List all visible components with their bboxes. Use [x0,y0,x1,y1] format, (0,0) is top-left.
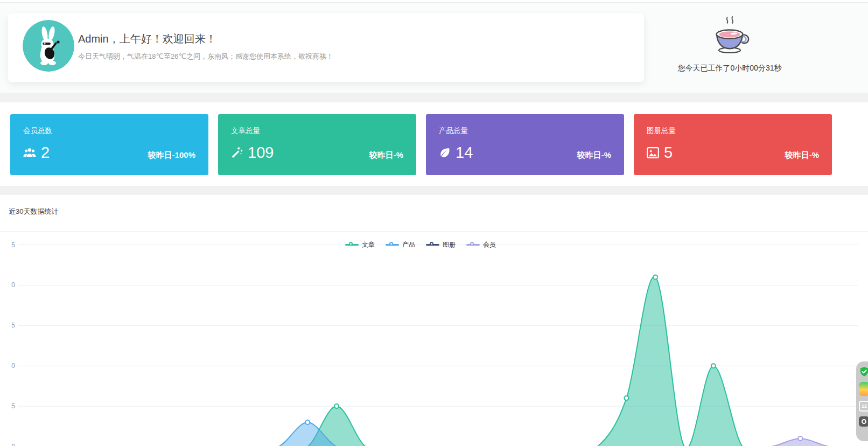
stats-chart-svg [0,195,868,446]
stat-card-members[interactable]: 会员总数 2 较昨日-100% [10,114,208,175]
stat-value: 109 [248,144,274,161]
legend-label: 图册 [443,240,456,249]
chart-legend: 文章产品图册会员 [0,240,841,249]
stat-delta: 较昨日-% [369,150,403,161]
gradient-pill-icon[interactable] [859,382,868,396]
legend-marker-icon [386,244,399,246]
calendar-icon[interactable]: 12 [859,401,868,412]
stat-delta: 较昨日-% [785,150,819,161]
legend-label: 产品 [402,240,415,249]
users-icon [23,147,36,158]
work-timer-text: 您今天已工作了0小时00分31秒 [670,64,789,73]
welcome-title: Admin，上午好！欢迎回来！ [78,32,216,46]
stat-card-products[interactable]: 产品总量 14 较昨日-% [426,114,624,175]
welcome-section: Admin，上午好！欢迎回来！ 今日天气晴朗，气温在18℃至26℃之间，东南风；… [0,3,868,93]
stat-value: 2 [41,144,50,161]
y-tick-label: 5 [0,321,15,330]
legend-label: 文章 [362,240,375,249]
shield-check-icon[interactable] [859,366,868,377]
y-tick-label: 0 [0,361,15,370]
stat-label: 图册总量 [647,126,819,136]
legend-label: 会员 [483,240,496,249]
legend-marker-icon [345,244,359,246]
legend-item-3[interactable]: 会员 [466,240,496,249]
y-tick-label: 0 [0,281,15,289]
image-icon [647,147,659,158]
leaf-icon [439,147,451,158]
avatar [23,20,74,72]
welcome-card: Admin，上午好！欢迎回来！ 今日天气晴朗，气温在18℃至26℃之间，东南风；… [8,13,644,82]
legend-marker-icon [426,244,439,246]
stat-card-albums[interactable]: 图册总量 5 较昨日-% [634,114,832,175]
work-timer-block: 您今天已工作了0小时00分31秒 [670,15,789,73]
floating-toolbar: 12 [856,361,868,441]
legend-item-0[interactable]: 文章 [345,240,375,249]
legend-marker-icon [466,244,480,246]
stat-label: 文章总量 [231,126,403,136]
teacup-icon [710,15,750,61]
rabbit-guitar-avatar-icon [23,20,74,72]
top-hairline-bar [0,0,868,3]
chart-card: 近30天数据统计 505050 文章产品图册会员 [0,195,868,446]
stat-card-articles[interactable]: 文章总量 109 较昨日-% [218,114,416,175]
stats-section: 会员总数 2 较昨日-100% 文章总量 109 较昨日-% [0,102,868,186]
legend-item-1[interactable]: 产品 [386,240,415,249]
stat-value: 14 [456,144,473,161]
welcome-subtitle: 今日天气晴朗，气温在18℃至26℃之间，东南风；感谢您使用本系统，敬祝商祺！ [78,52,333,61]
stat-delta: 较昨日-% [577,150,611,161]
magic-wand-icon [231,147,243,158]
legend-item-2[interactable]: 图册 [426,240,456,249]
camera-icon[interactable] [859,416,868,427]
stat-value: 5 [664,144,673,161]
stat-label: 产品总量 [439,126,611,136]
stat-delta: 较昨日-100% [148,150,195,161]
stat-label: 会员总数 [23,126,195,136]
y-tick-label: 0 [0,442,15,446]
y-tick-label: 5 [0,402,15,410]
